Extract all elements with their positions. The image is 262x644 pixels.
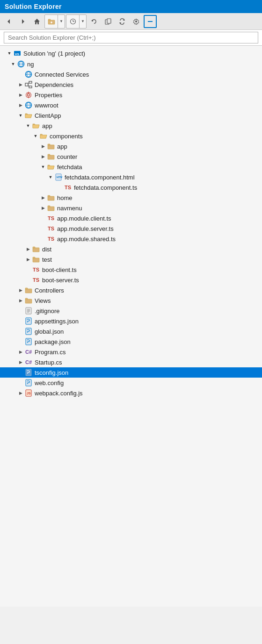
history-dropdown-button[interactable]: ▼ (80, 15, 86, 28)
svg-marker-2 (34, 19, 40, 24)
svg-rect-38 (48, 195, 50, 197)
properties-icon (24, 91, 33, 99)
program-cs-icon: C# (24, 348, 33, 356)
tsconfig-json-icon (24, 368, 33, 377)
controllers-label: Controllers (35, 287, 64, 294)
tsconfig-json-item[interactable]: tsconfig.json (0, 367, 262, 378)
svg-rect-24 (29, 81, 32, 83)
back-button[interactable] (2, 15, 15, 28)
fetchdata-ts-item[interactable]: TS fetchdata.component.ts (0, 182, 262, 193)
test-item[interactable]: ▶ test (0, 254, 262, 265)
counter-icon (47, 152, 55, 161)
fetchdata-html-item[interactable]: ▼ HTM fetchdata.component.html (0, 172, 262, 182)
new-folder-button[interactable] (45, 15, 58, 28)
project-label: ng (27, 61, 34, 68)
program-cs-label: Program.cs (35, 349, 66, 356)
app-module-client-item[interactable]: TS app.module.client.ts (0, 213, 262, 223)
app-module-shared-item[interactable]: TS app.module.shared.ts (0, 234, 262, 244)
history-button[interactable] (66, 15, 80, 28)
program-cs-item[interactable]: ▶ C# Program.cs (0, 347, 262, 357)
svg-marker-1 (22, 19, 24, 24)
app-module-server-label: app.module.server.ts (57, 225, 114, 232)
expand-arrow: ▼ (6, 50, 13, 57)
svg-rect-48 (25, 298, 28, 300)
project-ng-item[interactable]: ▼ ng (0, 59, 262, 69)
global-json-item[interactable]: global.json (0, 326, 262, 336)
connected-services-icon (24, 70, 33, 79)
app-module-server-item[interactable]: TS app.module.server.ts (0, 223, 262, 234)
components-item[interactable]: ▼ components (0, 131, 262, 141)
file-tree: ▼ vs Solution 'ng' (1 project) ▼ ng (0, 46, 262, 607)
boot-server-item[interactable]: TS boot-server.ts (0, 275, 262, 285)
package-json-item[interactable]: package.json (0, 336, 262, 347)
minimize-button[interactable] (144, 15, 157, 28)
web-config-icon (24, 379, 33, 387)
app-module-shared-label: app.module.shared.ts (57, 236, 116, 243)
dist-item[interactable]: ▶ dist (0, 244, 262, 254)
navmenu-icon (47, 204, 55, 212)
views-item[interactable]: ▶ Views (0, 295, 262, 306)
expand-arrow: ▼ (9, 60, 17, 68)
appsettings-json-item[interactable]: appsettings.json (0, 316, 262, 326)
app-folder-icon (32, 122, 40, 130)
controllers-item[interactable]: ▶ Controllers (0, 285, 262, 295)
app-sub-item[interactable]: ▶ app (0, 141, 262, 151)
components-icon (39, 132, 48, 140)
startup-cs-item[interactable]: ▶ C# Startup.cs (0, 357, 262, 367)
wwwroot-label: wwwroot (35, 102, 58, 109)
gitignore-item[interactable]: .gitignore (0, 306, 262, 316)
properties-label: Properties (35, 92, 62, 99)
svg-rect-23 (25, 83, 28, 86)
boot-client-item[interactable]: TS boot-client.ts (0, 265, 262, 275)
home-item[interactable]: ▶ home (0, 193, 262, 203)
clientapp-item[interactable]: ▼ ClientApp (0, 110, 262, 121)
svg-rect-25 (29, 86, 32, 88)
solution-item[interactable]: ▼ vs Solution 'ng' (1 project) (0, 48, 262, 59)
forward-button[interactable] (16, 15, 29, 28)
history-button-group: ▼ (66, 14, 87, 29)
expand-arrow: ▶ (17, 81, 24, 88)
svg-rect-45 (25, 289, 32, 293)
clientapp-icon (24, 111, 33, 120)
startup-cs-label: Startup.cs (35, 359, 62, 366)
svg-point-28 (28, 94, 30, 96)
dependencies-label: Dependencies (35, 81, 73, 88)
folder-button-group: ▼ (44, 14, 65, 29)
web-config-label: web.config (35, 379, 64, 386)
expand-arrow: ▶ (17, 297, 24, 304)
fetchdata-item[interactable]: ▼ fetchdata (0, 162, 262, 172)
dependencies-item[interactable]: ▶ Dependencies (0, 79, 262, 90)
package-json-icon (24, 337, 33, 346)
undo-button[interactable] (87, 15, 101, 28)
solution-label: Solution 'ng' (1 project) (23, 50, 85, 57)
navmenu-item[interactable]: ▶ navmenu (0, 203, 262, 213)
counter-item[interactable]: ▶ counter (0, 151, 262, 162)
views-icon (24, 296, 33, 305)
wwwroot-item[interactable]: ▶ wwwroot (0, 100, 262, 110)
connected-services-label: Connected Services (35, 71, 89, 78)
folder-dropdown-button[interactable]: ▼ (58, 15, 65, 28)
fetchdata-ts-icon: TS (64, 183, 72, 192)
svg-rect-49 (26, 308, 31, 314)
search-input[interactable] (4, 32, 258, 43)
fetchdata-icon (47, 163, 55, 171)
home-button[interactable] (30, 15, 44, 28)
settings-button[interactable] (130, 15, 143, 28)
expand-arrow: ▶ (17, 358, 24, 366)
ts-icon-1: TS (47, 214, 55, 222)
components-label: components (50, 133, 83, 140)
clone-button[interactable] (102, 15, 115, 28)
counter-label: counter (57, 153, 77, 160)
webpack-config-item[interactable]: ▶ JS webpack.config.js (0, 388, 262, 398)
global-json-icon (24, 327, 33, 336)
sync-button[interactable] (116, 15, 129, 28)
properties-item[interactable]: ▶ Properties (0, 90, 262, 100)
clientapp-label: ClientApp (35, 112, 61, 119)
svg-text:JS: JS (27, 392, 31, 395)
package-json-label: package.json (35, 338, 71, 345)
connected-services-item[interactable]: Connected Services (0, 69, 262, 79)
app-item[interactable]: ▼ app (0, 121, 262, 131)
web-config-item[interactable]: web.config (0, 378, 262, 388)
fetchdata-ts-label: fetchdata.component.ts (74, 184, 137, 191)
appsettings-json-icon (24, 317, 33, 325)
